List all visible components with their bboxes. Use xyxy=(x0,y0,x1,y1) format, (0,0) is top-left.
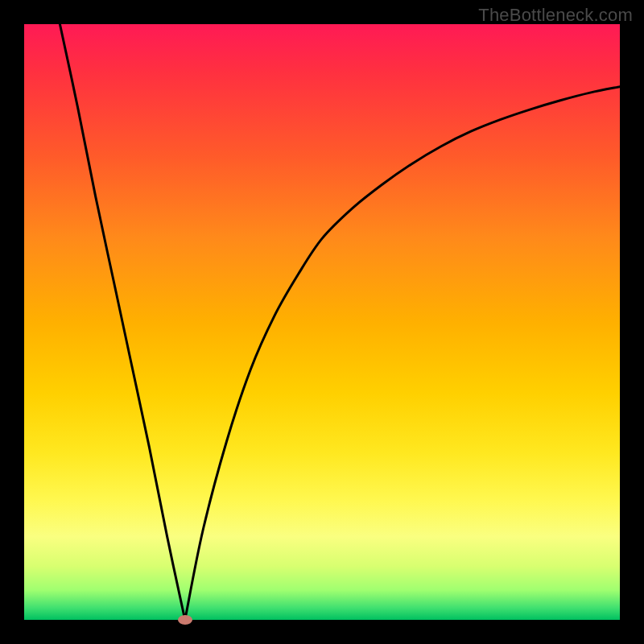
minimum-marker xyxy=(178,615,192,625)
curve-svg xyxy=(24,24,620,620)
curve-path xyxy=(60,24,620,620)
watermark-text: TheBottleneck.com xyxy=(478,5,633,26)
chart-frame: TheBottleneck.com xyxy=(0,0,644,644)
plot-area xyxy=(24,24,620,620)
